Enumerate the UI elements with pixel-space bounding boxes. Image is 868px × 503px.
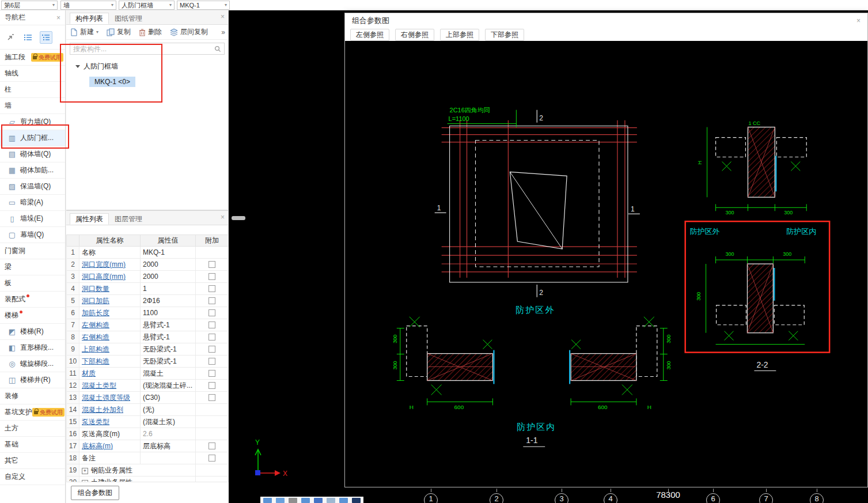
property-value[interactable]: (无) <box>141 404 196 416</box>
tree-view-icon[interactable] <box>40 31 52 44</box>
mini-toolbar-icon[interactable] <box>314 498 323 503</box>
property-value[interactable]: 2000 <box>141 271 196 283</box>
nav-item-earthwork[interactable]: 土方 <box>0 421 65 437</box>
tree-item-mkq1[interactable]: MKQ-1 <0> <box>89 77 135 87</box>
interlayer-copy-button[interactable]: 层间复制 <box>170 27 208 37</box>
attach-checkbox[interactable] <box>209 443 215 449</box>
close-icon[interactable]: × <box>221 214 225 221</box>
attach-checkbox[interactable] <box>209 334 215 341</box>
nav-item-slab[interactable]: 板 <box>0 275 65 292</box>
close-icon[interactable]: × <box>856 17 861 24</box>
mini-toolbar-icon[interactable] <box>339 498 348 503</box>
nav-item-wall-pier[interactable]: ▯墙垛(E) <box>0 211 65 227</box>
property-name[interactable]: 泵送高度(m) <box>79 428 141 440</box>
mini-toolbar-icon[interactable] <box>327 498 335 503</box>
close-icon[interactable]: × <box>56 14 60 21</box>
nav-item-straight-stair-flight[interactable]: ◧直形梯段... <box>0 340 65 356</box>
panel-collapse-handle[interactable] <box>232 216 245 220</box>
nav-item-civil-defense-doorframe-wall[interactable]: ▥人防门框... <box>0 130 65 146</box>
tab-right-reference[interactable]: 右侧参照 <box>395 29 434 41</box>
property-value[interactable]: 无卧梁式-1 <box>141 355 196 368</box>
attach-checkbox[interactable] <box>209 273 215 280</box>
mini-toolbar-icon[interactable] <box>352 498 361 503</box>
attach-checkbox[interactable] <box>209 455 215 462</box>
mini-toolbar-icon[interactable] <box>276 498 285 503</box>
nav-item-wall[interactable]: 墙 <box>0 98 65 114</box>
property-name[interactable]: 洞口高度(mm) <box>79 271 141 283</box>
attach-checkbox[interactable] <box>209 382 215 389</box>
new-component-button[interactable]: 新建 ▾ <box>70 27 98 37</box>
property-name[interactable]: 洞口宽度(mm) <box>79 259 141 271</box>
property-value[interactable]: 2000 <box>141 259 196 271</box>
nav-item-pit-support[interactable]: 基坑支护免费试用 <box>0 404 65 421</box>
tab-left-reference[interactable]: 左侧参照 <box>350 29 389 41</box>
tab-top-reference[interactable]: 上部参照 <box>440 29 479 41</box>
tab-drawing-management[interactable]: 图纸管理 <box>109 13 148 24</box>
category-dropdown[interactable]: 墙▾ <box>60 1 116 10</box>
delete-component-button[interactable]: 删除 <box>139 27 162 37</box>
attach-checkbox[interactable] <box>209 346 215 353</box>
mini-toolbar-icon[interactable] <box>289 498 297 503</box>
toolbar-overflow-button[interactable]: » <box>221 28 225 36</box>
property-value[interactable]: 无卧梁式-1 <box>141 343 196 355</box>
nav-item-axis-line[interactable]: 轴线 <box>0 66 65 82</box>
nav-item-insulation-wall[interactable]: ▨保温墙(Q) <box>0 179 65 195</box>
property-value[interactable]: 混凝土 <box>141 368 196 380</box>
nav-item-hidden-beam[interactable]: ▭暗梁(A) <box>0 195 65 211</box>
attach-checkbox[interactable] <box>209 297 215 304</box>
nav-item-stairs-r[interactable]: ◩楼梯(R) <box>0 324 65 340</box>
property-value[interactable]: 2.6 <box>141 428 196 440</box>
property-value[interactable]: (混凝土泵) <box>141 416 196 428</box>
list-view-icon[interactable] <box>22 31 35 44</box>
property-name[interactable]: 泵送类型 <box>79 416 141 428</box>
nav-item-construction-section[interactable]: 施工段免费试用 <box>0 50 65 66</box>
search-input[interactable] <box>73 45 214 53</box>
property-name[interactable]: 名称 <box>79 247 141 259</box>
nav-item-stair-well[interactable]: ◫楼梯井(R) <box>0 372 65 388</box>
property-value[interactable]: 悬臂式-1 <box>141 331 196 343</box>
close-icon[interactable]: × <box>221 13 225 20</box>
status-mini-toolbar[interactable] <box>260 497 363 503</box>
dock-pin-icon[interactable] <box>4 31 17 44</box>
nav-item-prefabricated[interactable]: 装配式 <box>0 292 65 308</box>
nav-item-masonry-wall[interactable]: ▤砌体墙(Q) <box>0 146 65 162</box>
nav-item-stairs[interactable]: 楼梯 <box>0 308 65 324</box>
expand-icon[interactable]: + <box>82 468 88 474</box>
nav-item-custom[interactable]: 自定义 <box>0 469 65 485</box>
tab-layer-management[interactable]: 图层管理 <box>109 213 148 225</box>
property-value[interactable]: 1100 <box>141 307 196 319</box>
property-name[interactable]: 下部构造 <box>79 355 141 368</box>
property-name[interactable]: 左侧构造 <box>79 319 141 331</box>
property-name[interactable]: 上部构造 <box>79 343 141 355</box>
property-name[interactable]: 混凝土类型 <box>79 380 141 392</box>
component-dropdown[interactable]: MKQ-1▾ <box>177 1 230 10</box>
property-value[interactable]: (C30) <box>141 392 196 404</box>
tree-group-row[interactable]: 人防门框墙 <box>75 62 228 71</box>
element-type-dropdown[interactable]: 人防门框墙▾ <box>119 1 175 10</box>
property-value[interactable]: 悬臂式-1 <box>141 319 196 331</box>
attach-checkbox[interactable] <box>209 261 215 268</box>
property-value[interactable]: 2Φ16 <box>141 295 196 307</box>
nav-item-door-window-opening[interactable]: 门窗洞 <box>0 243 65 259</box>
copy-component-button[interactable]: 复制 <box>107 27 131 37</box>
tab-bottom-reference[interactable]: 下部参照 <box>485 29 524 41</box>
nav-item-shear-wall[interactable]: ▱剪力墙(Q) <box>0 114 65 130</box>
nav-item-foundation[interactable]: 基础 <box>0 437 65 453</box>
nav-item-masonry-reinforcement[interactable]: ▦砌体加筋... <box>0 162 65 179</box>
property-name[interactable]: 加筋长度 <box>79 307 141 319</box>
property-value[interactable]: (现浇混凝土碎... <box>141 380 196 392</box>
property-name[interactable]: 混凝土外加剂 <box>79 404 141 416</box>
attach-checkbox[interactable] <box>209 285 215 292</box>
tab-property-list[interactable]: 属性列表 <box>70 213 109 225</box>
property-name[interactable]: 材质 <box>79 368 141 380</box>
dialog-drawing-area[interactable]: 2C16四角均同 L=1100 2 2 1 1 <box>345 41 867 487</box>
property-name[interactable]: 混凝土强度等级 <box>79 392 141 404</box>
property-name[interactable]: 底标高(m) <box>79 440 141 452</box>
property-value[interactable]: 1 <box>141 283 196 295</box>
floor-dropdown[interactable]: 第6层▾ <box>1 1 58 10</box>
attach-checkbox[interactable] <box>209 394 215 401</box>
attach-checkbox[interactable] <box>209 322 215 328</box>
nav-item-curtain-wall[interactable]: ▢幕墙(Q) <box>0 227 65 243</box>
property-name[interactable]: 洞口数量 <box>79 283 141 295</box>
property-value[interactable]: MKQ-1 <box>141 247 196 259</box>
